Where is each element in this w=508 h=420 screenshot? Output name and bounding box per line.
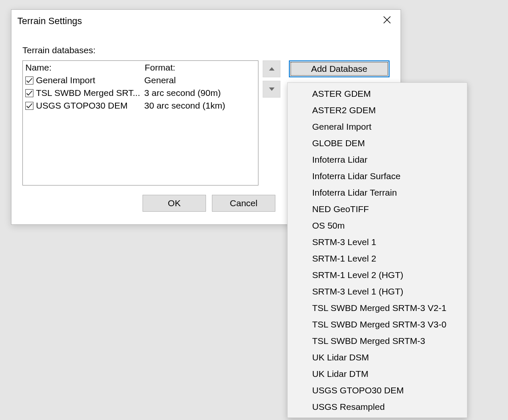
- dropdown-item[interactable]: ASTER GDEM: [288, 85, 467, 102]
- row-name: General Import: [36, 74, 144, 87]
- close-icon: [383, 16, 391, 27]
- dropdown-item[interactable]: ASTER2 GDEM: [288, 102, 467, 118]
- close-button[interactable]: [379, 14, 395, 29]
- chevron-up-icon: [269, 65, 275, 73]
- svg-marker-3: [269, 87, 275, 91]
- dropdown-item[interactable]: SRTM-3 Level 1: [288, 234, 467, 250]
- dropdown-item[interactable]: SRTM-3 Level 1 (HGT): [288, 283, 467, 300]
- row-name: TSL SWBD Merged SRT...: [36, 87, 144, 99]
- column-name-header[interactable]: Name:: [25, 63, 145, 73]
- database-listbox[interactable]: Name: Format: General ImportGeneralTSL S…: [22, 60, 258, 185]
- dropdown-item[interactable]: SRTM-1 Level 2: [288, 250, 467, 267]
- dropdown-item[interactable]: TSL SWBD Merged SRTM-3 V2-1: [288, 300, 467, 316]
- ok-label: OK: [168, 198, 181, 208]
- dialog-title: Terrain Settings: [17, 16, 379, 27]
- row-format: General: [144, 74, 255, 87]
- row-format: 3 arc second (90m): [144, 87, 255, 99]
- row-format: 30 arc second (1km): [144, 99, 255, 112]
- dropdown-item[interactable]: TSL SWBD Merged SRTM-3: [288, 333, 467, 349]
- cancel-button[interactable]: Cancel: [212, 195, 275, 212]
- move-up-button[interactable]: [263, 60, 280, 77]
- titlebar: Terrain Settings: [11, 10, 401, 33]
- dropdown-item[interactable]: USGS GTOPO30 DEM: [288, 382, 467, 398]
- cancel-label: Cancel: [230, 198, 257, 208]
- dropdown-item[interactable]: UK Lidar DTM: [288, 365, 467, 382]
- svg-marker-2: [269, 67, 275, 71]
- add-database-label: Add Database: [311, 64, 367, 74]
- dropdown-item[interactable]: Infoterra Lidar Surface: [288, 168, 467, 184]
- dropdown-item[interactable]: GLOBE DEM: [288, 135, 467, 151]
- row-checkbox[interactable]: [25, 102, 33, 110]
- column-format-header[interactable]: Format:: [145, 63, 255, 73]
- chevron-down-icon: [269, 85, 275, 93]
- dropdown-item[interactable]: SRTM-1 Level 2 (HGT): [288, 267, 467, 283]
- dropdown-item[interactable]: Infoterra Lidar: [288, 151, 467, 168]
- row-checkbox[interactable]: [25, 89, 33, 97]
- ok-button[interactable]: OK: [143, 195, 206, 212]
- dropdown-item[interactable]: USGS Resampled: [288, 398, 467, 415]
- dropdown-item[interactable]: Infoterra Lidar Terrain: [288, 184, 467, 201]
- dropdown-item[interactable]: UK Lidar DSM: [288, 349, 467, 365]
- row-checkbox[interactable]: [25, 76, 33, 85]
- table-row[interactable]: TSL SWBD Merged SRT...3 arc second (90m): [25, 87, 255, 99]
- dropdown-item[interactable]: NED GeoTIFF: [288, 201, 467, 217]
- table-row[interactable]: General ImportGeneral: [25, 74, 255, 87]
- dropdown-item[interactable]: TSL SWBD Merged SRTM-3 V3-0: [288, 316, 467, 333]
- add-database-button[interactable]: Add Database: [289, 60, 390, 77]
- row-name: USGS GTOPO30 DEM: [36, 99, 144, 112]
- list-header: Name: Format:: [25, 63, 255, 73]
- dropdown-item[interactable]: General Import: [288, 118, 467, 135]
- dropdown-item[interactable]: OS 50m: [288, 217, 467, 234]
- reorder-buttons: [263, 60, 280, 185]
- move-down-button[interactable]: [263, 81, 280, 98]
- add-database-dropdown[interactable]: ASTER GDEMASTER2 GDEMGeneral ImportGLOBE…: [287, 82, 467, 418]
- section-label: Terrain databases:: [22, 45, 390, 55]
- table-row[interactable]: USGS GTOPO30 DEM30 arc second (1km): [25, 99, 255, 112]
